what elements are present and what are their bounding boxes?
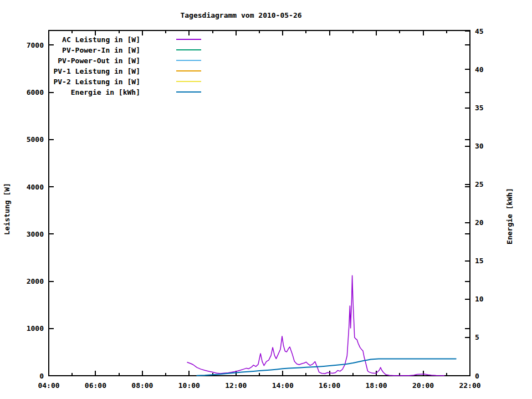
- y-right-tick-label: 15: [475, 257, 484, 265]
- y-left-tick-label: 4000: [27, 183, 44, 191]
- y-right-tick-label: 20: [475, 218, 484, 227]
- y-right-tick-label: 40: [475, 65, 484, 74]
- legend-label-pv-2-leistung-in-w: PV-2 Leistung in [W]: [53, 78, 140, 86]
- y-right-tick-label: 5: [475, 333, 479, 341]
- legend-label-pv-1-leistung-in-w: PV-1 Leistung in [W]: [53, 67, 140, 75]
- y-left-tick-label: 2000: [27, 277, 44, 285]
- legend-label-pv-power-in-in-w: PV-Power-In in [W]: [62, 46, 140, 54]
- x-tick-label: 14:00: [272, 381, 294, 390]
- y-right-tick-label: 35: [475, 104, 484, 112]
- y-right-tick-label: 0: [475, 372, 479, 380]
- y-right-tick-label: 10: [475, 295, 484, 303]
- x-tick-label: 18:00: [366, 381, 387, 390]
- legend-label-ac-leistung-in-w: AC Leistung in [W]: [62, 35, 140, 44]
- x-tick-label: 04:00: [38, 381, 59, 390]
- y-left-tick-label: 5000: [27, 135, 44, 144]
- x-tick-label: 22:00: [459, 381, 480, 390]
- series-line-ac-leistung-in-w: [187, 275, 444, 376]
- y-left-tick-label: 7000: [27, 41, 44, 49]
- x-tick-label: 12:00: [225, 381, 247, 390]
- y-left-tick-label: 3000: [27, 230, 44, 238]
- chart: Tagesdiagramm vom 2010-05-26 Leistung [W…: [0, 0, 532, 399]
- x-tick-label: 10:00: [178, 381, 200, 390]
- y-right-tick-label: 30: [475, 142, 484, 150]
- legend-label-energie-in-kwh: Energie in [kWh]: [71, 88, 140, 96]
- y-left-tick-label: 1000: [27, 324, 44, 332]
- x-tick-label: 16:00: [319, 381, 340, 390]
- x-tick-label: 06:00: [85, 381, 106, 390]
- y-right-tick-label: 45: [475, 27, 484, 35]
- y-left-tick-label: 6000: [27, 88, 44, 96]
- legend-label-pv-power-out-in-w: PV-Power-Out in [W]: [58, 57, 140, 65]
- x-tick-label: 08:00: [131, 381, 153, 390]
- y-left-tick-label: 0: [39, 372, 44, 380]
- plot-area: 0100020003000400050006000700005101520253…: [0, 0, 532, 399]
- x-tick-label: 20:00: [412, 381, 434, 390]
- y-right-tick-label: 25: [475, 180, 484, 188]
